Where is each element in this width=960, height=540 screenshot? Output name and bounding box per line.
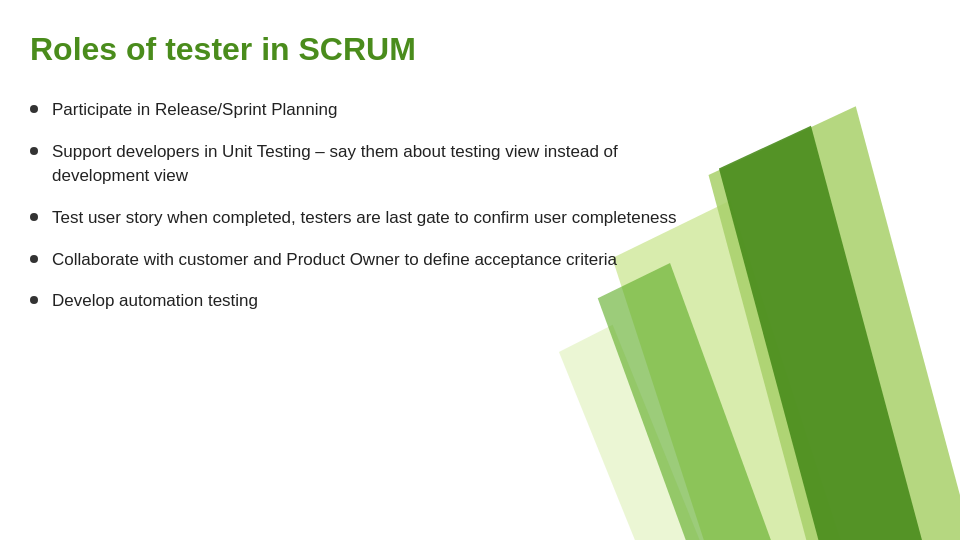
bullet-text: Develop automation testing: [52, 289, 710, 313]
slide-container: Roles of tester in SCRUM Participate in …: [0, 0, 960, 540]
list-item: Participate in Release/Sprint Planning: [30, 98, 710, 122]
bullet-list: Participate in Release/Sprint PlanningSu…: [30, 98, 920, 313]
bullet-text: Support developers in Unit Testing – say…: [52, 140, 710, 188]
list-item: Develop automation testing: [30, 289, 710, 313]
list-item: Test user story when completed, testers …: [30, 206, 710, 230]
list-item: Collaborate with customer and Product Ow…: [30, 248, 710, 272]
bullet-text: Collaborate with customer and Product Ow…: [52, 248, 710, 272]
bullet-dot: [30, 296, 38, 304]
list-item: Support developers in Unit Testing – say…: [30, 140, 710, 188]
bullet-dot: [30, 105, 38, 113]
bullet-text: Test user story when completed, testers …: [52, 206, 710, 230]
bullet-dot: [30, 255, 38, 263]
bullet-text: Participate in Release/Sprint Planning: [52, 98, 710, 122]
bullet-dot: [30, 213, 38, 221]
slide-content: Roles of tester in SCRUM Participate in …: [0, 0, 960, 540]
slide-title: Roles of tester in SCRUM: [30, 30, 920, 68]
bullet-dot: [30, 147, 38, 155]
